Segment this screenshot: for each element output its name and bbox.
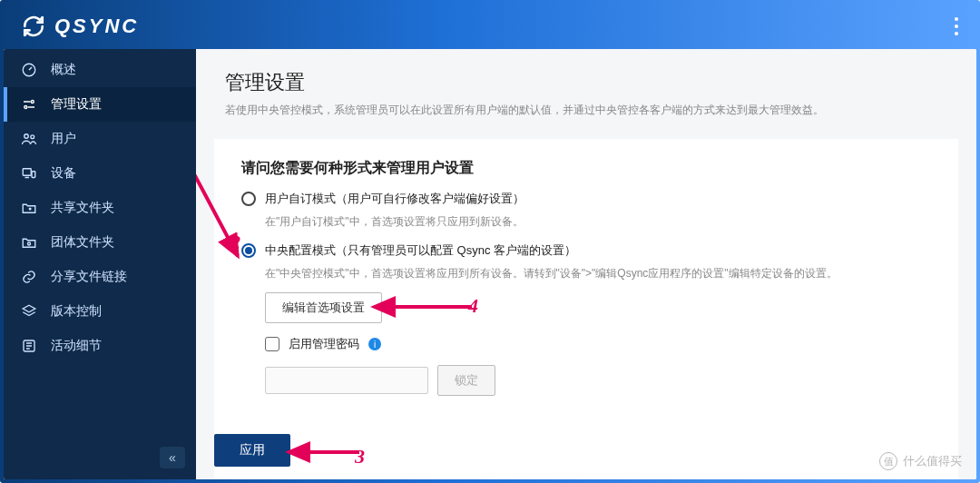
svg-point-1 [31, 101, 34, 104]
content: 管理设置 若使用中央管控模式，系统管理员可以在此设置所有用户端的默认值，并通过中… [196, 49, 976, 479]
svg-point-7 [28, 242, 31, 245]
page-header: 管理设置 若使用中央管控模式，系统管理员可以在此设置所有用户端的默认值，并通过中… [196, 49, 976, 133]
apply-button[interactable]: 应用 [214, 434, 290, 467]
sidebar-item-management-settings[interactable]: 管理设置 [4, 87, 196, 122]
radio-icon [241, 192, 256, 206]
sidebar-item-activity-details[interactable]: 活动细节 [4, 329, 196, 363]
svg-point-2 [24, 106, 27, 109]
layers-icon [20, 303, 38, 320]
sidebar-item-label: 版本控制 [51, 303, 102, 320]
sidebar: 概述 管理设置 用户 [4, 49, 196, 479]
watermark: 值 什么值得买 [879, 452, 962, 470]
lock-button[interactable]: 锁定 [437, 365, 495, 396]
collapse-sidebar-button[interactable]: « [160, 447, 185, 468]
sidebar-item-team-folders[interactable]: 团体文件夹 [4, 225, 196, 260]
radio-label: 用户自订模式（用户可自行修改客户端偏好设置） [265, 191, 524, 207]
option-central-mode: 中央配置模式（只有管理员可以配置 Qsync 客户端的设置） 在"中央管控模式"… [241, 242, 931, 396]
svg-rect-5 [23, 169, 31, 176]
radio-icon [241, 243, 256, 258]
checkbox-icon [265, 337, 279, 351]
sidebar-item-label: 设备 [51, 165, 76, 182]
sync-icon [22, 15, 45, 38]
chevrons-left-icon: « [169, 450, 176, 465]
svg-point-3 [24, 134, 29, 139]
option-user-hint: 在"用户自订模式"中，首选项设置将只应用到新设备。 [265, 214, 931, 230]
watermark-text: 什么值得买 [903, 453, 962, 469]
option-central-hint: 在"中央管控模式"中，首选项设置将应用到所有设备。请转到"设备">"编辑Qsyn… [265, 266, 931, 281]
sidebar-item-label: 团体文件夹 [51, 234, 114, 251]
footer-actions: 应用 [214, 434, 290, 467]
section-question: 请问您需要何种形式来管理用户设置 [241, 159, 931, 178]
titlebar: QSYNC [4, 4, 976, 49]
page-description: 若使用中央管控模式，系统管理员可以在此设置所有用户端的默认值，并通过中央管控各客… [225, 102, 947, 119]
svg-rect-6 [32, 172, 35, 178]
sidebar-item-label: 用户 [51, 131, 76, 147]
sliders-icon [20, 96, 38, 113]
page-title: 管理设置 [225, 69, 947, 96]
app-name: QSYNC [54, 15, 139, 38]
watermark-icon: 值 [879, 452, 897, 470]
option-user-mode: 用户自订模式（用户可自行修改客户端偏好设置） 在"用户自订模式"中，首选项设置将… [241, 191, 931, 230]
users-icon [20, 131, 38, 147]
app-window: QSYNC 概述 管理设置 [0, 0, 980, 483]
sidebar-item-shared-folders[interactable]: 共享文件夹 [4, 191, 196, 225]
link-icon [20, 269, 38, 285]
folder-share-icon [20, 200, 38, 216]
sidebar-item-label: 共享文件夹 [51, 200, 114, 216]
radio-user-mode[interactable]: 用户自订模式（用户可自行修改客户端偏好设置） [241, 191, 931, 207]
app-logo: QSYNC [22, 15, 139, 38]
edit-preferences-button[interactable]: 编辑首选项设置 [265, 292, 382, 323]
settings-panel: 请问您需要何种形式来管理用户设置 用户自订模式（用户可自行修改客户端偏好设置） … [214, 139, 958, 479]
admin-password-input[interactable] [265, 367, 428, 394]
sidebar-item-label: 活动细节 [51, 338, 102, 354]
sidebar-item-overview[interactable]: 概述 [4, 53, 196, 87]
sidebar-item-devices[interactable]: 设备 [4, 156, 196, 191]
sidebar-item-version-control[interactable]: 版本控制 [4, 294, 196, 329]
radio-label: 中央配置模式（只有管理员可以配置 Qsync 客户端的设置） [265, 242, 576, 259]
info-icon[interactable]: i [368, 338, 381, 350]
sidebar-item-label: 概述 [51, 62, 76, 78]
sidebar-item-share-links[interactable]: 分享文件链接 [4, 260, 196, 294]
svg-point-4 [31, 135, 34, 139]
folder-team-icon [20, 234, 38, 251]
devices-icon [20, 165, 38, 182]
sidebar-item-users[interactable]: 用户 [4, 122, 196, 156]
more-menu-icon[interactable] [955, 17, 958, 35]
gauge-icon [20, 62, 38, 78]
activity-icon [20, 338, 38, 354]
radio-central-mode[interactable]: 中央配置模式（只有管理员可以配置 Qsync 客户端的设置） [241, 242, 931, 259]
enable-admin-password-row[interactable]: 启用管理密码 i [265, 336, 931, 352]
sidebar-item-label: 管理设置 [51, 96, 102, 113]
sidebar-item-label: 分享文件链接 [51, 269, 127, 285]
checkbox-label: 启用管理密码 [289, 336, 359, 352]
